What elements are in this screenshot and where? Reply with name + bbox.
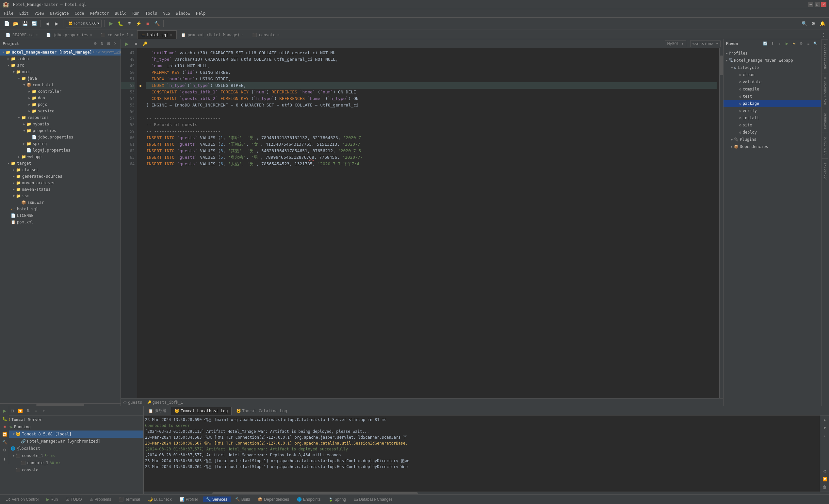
menu-refactor[interactable]: Refactor [87, 10, 111, 16]
btn-db-changes[interactable]: 🗃 Database Changes [351, 497, 396, 502]
maven-search-btn[interactable]: 🔍 [813, 41, 819, 47]
maven-dependencies[interactable]: ▶ 📦 Dependencies [723, 143, 821, 150]
tree-log4j[interactable]: ▶ 📄 log4j.properties [0, 147, 120, 153]
tree-spring[interactable]: ▶ 📁 spring [0, 140, 120, 147]
menu-build[interactable]: Build [112, 10, 129, 16]
log-clear[interactable]: 🗑 [822, 484, 828, 490]
maven-settings-btn[interactable]: ⚙ [798, 41, 804, 47]
btn-build[interactable]: 🔨 Build [232, 497, 253, 502]
maven-refresh-btn[interactable]: 🔄 [762, 41, 768, 47]
maven-clean[interactable]: ▶ ⚙ clean [723, 71, 821, 78]
maven-download-btn[interactable]: ⬇ [769, 41, 776, 47]
tab-pomxml-close[interactable]: ✕ [242, 33, 244, 37]
maven-verify[interactable]: ▶ ⚙ verify [723, 107, 821, 114]
sidebar-collapse-btn[interactable]: ⊟ [106, 41, 111, 47]
maven-compile[interactable]: ▶ ⚙ compile [723, 85, 821, 93]
tab-hotelsql[interactable]: 🗃 hotel.sql ✕ [137, 30, 177, 39]
maximize-button[interactable]: □ [815, 2, 820, 7]
tree-webapp[interactable]: ▶ 📁 webapp [0, 153, 120, 160]
btn-todo[interactable]: ☑ TODO [62, 497, 85, 502]
tab-console2[interactable]: ⬛ console ✕ [248, 30, 284, 39]
tree-mavenstatus[interactable]: ▶ 📁 maven-status [0, 186, 120, 193]
menu-window[interactable]: Window [174, 10, 193, 16]
log-scroll-up[interactable]: ▲ [822, 417, 828, 423]
log-tab-catalina[interactable]: 🐱 Tomcat Catalina Log [233, 407, 290, 415]
menu-run[interactable]: Run [130, 10, 142, 16]
tree-mybatis[interactable]: ▶ 📁 mybatis [0, 121, 120, 128]
breadcrumb-guests-ibfk1[interactable]: guests_ibfk_1 [152, 400, 183, 405]
tree-controller[interactable]: ▶ 📁 controller [0, 88, 120, 95]
menu-view[interactable]: View [32, 10, 47, 16]
tree-service[interactable]: ▶ 📁 service [0, 108, 120, 114]
menu-help[interactable]: Help [193, 10, 208, 16]
btn-dependencies[interactable]: 📦 Dependencies [254, 497, 292, 502]
side-tab-key-promoter[interactable]: Key Promoter X [822, 73, 828, 108]
btn-profiler[interactable]: 📊 Profiler [176, 497, 202, 502]
menu-file[interactable]: File [1, 10, 16, 16]
btn-terminal[interactable]: ⬛ Terminal [116, 497, 143, 502]
maven-validate[interactable]: ▶ ⚙ validate [723, 78, 821, 85]
side-tab-notifications[interactable]: Notifications [822, 39, 828, 73]
btn-endpoints[interactable]: 🌐 Endpoints [294, 497, 324, 502]
tree-main[interactable]: ▼ 📁 main [0, 69, 120, 75]
menu-navigate[interactable]: Navigate [47, 10, 72, 16]
maven-test[interactable]: ▶ ⚙ test [723, 93, 821, 100]
services-sort-btn[interactable]: ⇅ [25, 408, 31, 414]
log-tab-server[interactable]: 📋 服务器 [145, 407, 170, 415]
tree-target[interactable]: ▼ 📁 target [0, 160, 120, 167]
tree-java[interactable]: ▼ 📁 java [0, 75, 120, 82]
toolbar-update-btn[interactable]: 🔔 [819, 20, 826, 28]
btn-luacheck[interactable]: 🌙 LuaCheck [145, 497, 175, 502]
services-action-stop[interactable]: ■ [1, 423, 8, 430]
maven-webapp[interactable]: ▼ 🏗 Hotel_Manage Maven Webapp [723, 57, 821, 64]
services-action-debug[interactable]: 🐛 [1, 416, 8, 422]
services-running[interactable]: ▼ ▶ Running [0, 423, 143, 431]
services-action-run[interactable]: ▶ [1, 408, 8, 414]
tree-root[interactable]: ▼ 📁 Hotel_Manage-master [Hotel_Manage] D… [0, 49, 120, 56]
close-button[interactable]: ✕ [821, 2, 826, 7]
code-lines[interactable]: `exitTime` varchar(30) CHARACTER SET utf… [144, 48, 719, 398]
side-tab-structure[interactable]: Structure [822, 133, 828, 158]
toolbar-forward-btn[interactable]: ▶ [52, 20, 61, 28]
maven-m-btn[interactable]: M [791, 41, 797, 47]
tree-ssm[interactable]: ▼ 📁 ssm [0, 193, 120, 199]
db-selector[interactable]: MySQL ▾ [665, 40, 686, 47]
btn-problems[interactable]: ⚠ Problems [86, 497, 115, 502]
tab-pomxml[interactable]: 📋 pom.xml (Hotel_Manage) ✕ [177, 30, 248, 39]
tree-pojo[interactable]: ▶ 📁 pojo [0, 101, 120, 108]
tree-dao[interactable]: ▶ 📁 dao [0, 95, 120, 101]
session-selector[interactable]: <session> ▾ [690, 40, 721, 47]
services-action-rerun[interactable]: 🔁 [1, 431, 8, 438]
maven-deploy[interactable]: ▶ ⚙ deploy [723, 129, 821, 136]
toolbar-open-btn[interactable]: 📂 [12, 20, 20, 28]
code-editor[interactable]: 47 48 49 50 51 52 53 54 55 56 57 58 59 6… [121, 48, 723, 398]
log-scroll-end[interactable]: ⤓ [822, 432, 828, 439]
tree-properties[interactable]: ▼ 📁 properties [0, 128, 120, 134]
menu-vcs[interactable]: VCS [160, 10, 173, 16]
maven-site[interactable]: ▶ ⚙ site [723, 121, 821, 129]
tree-gensources[interactable]: ▶ 📁 generated-sources [0, 173, 120, 180]
toolbar-build-btn[interactable]: 🔨 [153, 20, 161, 28]
tree-comhotel[interactable]: ▼ 📦 com.hotel [0, 82, 120, 88]
toolbar-search-btn[interactable]: 🔍 [800, 20, 808, 28]
menu-tools[interactable]: Tools [143, 10, 160, 16]
maven-install[interactable]: ▶ ⚙ install [723, 114, 821, 121]
tab-readme-close[interactable]: ✕ [36, 33, 38, 37]
services-action-settings[interactable]: ⚙ [1, 447, 8, 454]
services-group-btn[interactable]: ≡ [33, 408, 39, 414]
tree-src[interactable]: ▼ 📁 src [0, 62, 120, 69]
services-console1[interactable]: ▼ ⬛ console_1 84 ms [0, 452, 143, 459]
toolbar-stop-btn[interactable]: ■ [144, 20, 151, 28]
log-tab-localhost[interactable]: 🐱 Tomcat Localhost Log [171, 407, 231, 415]
maven-package[interactable]: ▶ ⚙ package [723, 100, 821, 107]
services-localhost[interactable]: ▼ 🌐 @localhost [0, 445, 143, 452]
services-filter-btn[interactable]: 🔽 [17, 408, 24, 414]
btn-services[interactable]: 🔧 Services [203, 497, 230, 502]
services-action-scroll[interactable]: ⬇ [1, 456, 8, 463]
tab-more-btn[interactable]: ⋮ [820, 31, 828, 39]
log-settings[interactable]: ⚙ [822, 468, 828, 475]
services-action-build[interactable]: 🔨 [1, 439, 8, 445]
sidebar-expand-btn[interactable]: ⇅ [99, 41, 105, 47]
services-tomcat-server[interactable]: ▼ 🐱 Tomcat Server [0, 416, 143, 423]
toolbar-sync-btn[interactable]: 🔄 [30, 20, 38, 28]
